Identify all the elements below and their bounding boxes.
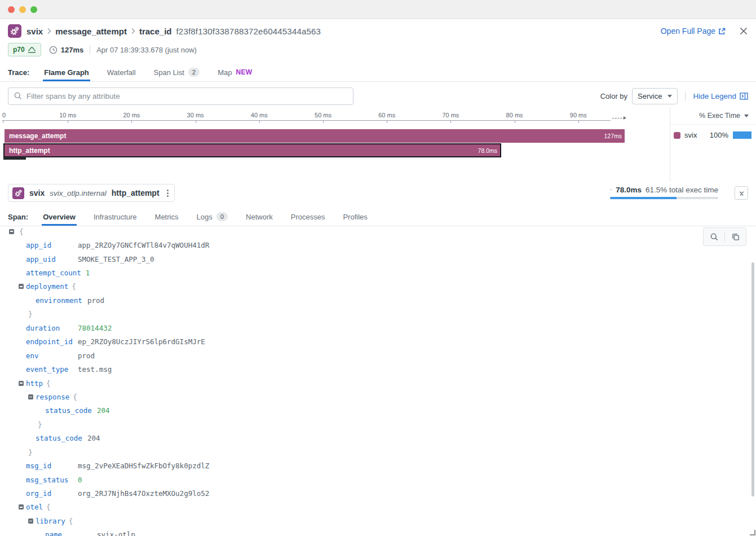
flame-span-http-attempt[interactable]: http_attempt78.0ms bbox=[3, 143, 501, 157]
span-identity-chip[interactable]: svix svix_otlp.internal http_attempt bbox=[8, 184, 175, 202]
attr-value[interactable]: org_2RJ7NjhBs47OxzteMXOu2g9lo52 bbox=[78, 489, 209, 498]
tab-infrastructure[interactable]: Infrastructure bbox=[94, 208, 137, 226]
attr-value[interactable]: 204 bbox=[97, 406, 110, 415]
span-bar-duration: 78.0ms bbox=[478, 147, 497, 154]
color-by-select[interactable]: Service bbox=[632, 88, 678, 104]
exec-time-legend-header[interactable]: % Exec Time bbox=[670, 107, 756, 125]
collapse-panel-icon bbox=[740, 93, 748, 100]
axis-tick-label: 10 ms bbox=[59, 112, 76, 118]
tab-label: Logs bbox=[196, 213, 212, 221]
collapse-toggle-icon[interactable] bbox=[28, 519, 33, 524]
window-zoom-button[interactable] bbox=[30, 6, 37, 13]
attr-object-deployment: deployment{ bbox=[0, 280, 756, 293]
color-by-selected-value: Service bbox=[638, 92, 662, 100]
attr-key[interactable]: deployment bbox=[26, 282, 68, 291]
attr-row-app-id: app_idapp_2RZOy7GNCfCWTl84v7qWOUH41dR bbox=[0, 238, 756, 252]
attr-value[interactable]: prod bbox=[78, 352, 95, 360]
window-close-button[interactable] bbox=[8, 6, 15, 13]
hide-legend-link[interactable]: Hide Legend bbox=[693, 92, 748, 100]
search-attributes-button[interactable] bbox=[704, 228, 724, 245]
attr-key[interactable]: otel bbox=[26, 503, 43, 511]
attr-key[interactable]: http bbox=[26, 379, 43, 388]
chevron-down-icon bbox=[739, 190, 745, 196]
sort-descending-icon bbox=[744, 115, 749, 117]
tab-overview[interactable]: Overview bbox=[43, 208, 76, 226]
tab-map[interactable]: MapNEW bbox=[218, 63, 252, 81]
breadcrumb-service[interactable]: svix bbox=[26, 27, 43, 36]
attr-key[interactable]: attempt_count bbox=[26, 269, 81, 277]
attr-row-status-code: status_code204 bbox=[0, 432, 756, 445]
attr-key[interactable]: app_uid bbox=[26, 255, 73, 263]
attr-object-close: } bbox=[0, 445, 756, 459]
attr-value[interactable]: msg_2vPeXEaDHSfwZkFbOfy8k0pzdlZ bbox=[78, 462, 209, 470]
collapse-toggle-icon[interactable] bbox=[9, 229, 14, 234]
collapse-span-panel-button[interactable] bbox=[735, 186, 748, 200]
breadcrumb-resource[interactable]: message_attempt bbox=[55, 27, 127, 36]
attr-key[interactable]: duration bbox=[26, 324, 73, 332]
attr-value[interactable]: 204 bbox=[87, 434, 100, 442]
axis-tick bbox=[68, 121, 68, 123]
exec-progress-track bbox=[610, 197, 718, 199]
tab-label: Processes bbox=[291, 213, 325, 221]
tab-label: Waterfall bbox=[107, 68, 136, 77]
attr-value[interactable]: 0 bbox=[78, 476, 82, 484]
attr-key[interactable]: name bbox=[45, 530, 92, 536]
vertical-scrollbar[interactable] bbox=[751, 262, 754, 497]
attr-key[interactable]: environment bbox=[36, 296, 83, 305]
attr-key[interactable]: org_id bbox=[26, 489, 73, 498]
axis-tick-label: 0 bbox=[2, 112, 6, 118]
attr-value[interactable]: app_2RZOy7GNCfCWTl84v7qWOUH41dR bbox=[78, 241, 209, 249]
kebab-menu-icon[interactable] bbox=[165, 188, 171, 198]
flame-span-message-attempt[interactable]: message_attempt127ms bbox=[5, 129, 625, 143]
collapse-toggle-icon[interactable] bbox=[28, 394, 33, 399]
tab-network[interactable]: Network bbox=[246, 208, 273, 226]
attr-key[interactable]: library bbox=[36, 517, 65, 525]
open-full-page-link[interactable]: Open Full Page bbox=[661, 27, 726, 36]
tab-processes[interactable]: Processes bbox=[291, 208, 325, 226]
attr-key[interactable]: msg_id bbox=[26, 462, 73, 470]
tab-span-list[interactable]: Span List2 bbox=[154, 63, 200, 81]
attr-key[interactable]: app_id bbox=[26, 241, 73, 249]
span-bar-label: http_attempt bbox=[5, 147, 50, 155]
flame-graph: 010 ms20 ms30 ms40 ms50 ms60 ms70 ms80 m… bbox=[0, 111, 666, 182]
attr-value[interactable]: ep_2RZOy8UczJIYrS6lp6rdGIsMJrE bbox=[78, 337, 205, 346]
search-icon bbox=[14, 92, 22, 100]
attr-key[interactable]: msg_status bbox=[26, 476, 73, 484]
attr-value[interactable]: prod bbox=[87, 296, 104, 305]
collapse-toggle-icon[interactable] bbox=[19, 504, 24, 509]
window-minimize-button[interactable] bbox=[19, 6, 26, 13]
tab-logs[interactable]: Logs0 bbox=[196, 208, 228, 226]
close-panel-icon[interactable] bbox=[739, 27, 748, 36]
divider bbox=[685, 91, 686, 101]
attr-value[interactable]: test.msg bbox=[78, 365, 112, 374]
tab-label: Flame Graph bbox=[44, 68, 89, 77]
attr-key[interactable]: endpoint_id bbox=[26, 337, 73, 346]
attr-value[interactable]: 78014432 bbox=[78, 324, 112, 332]
attr-key[interactable]: env bbox=[26, 352, 73, 360]
span-filter-input[interactable] bbox=[26, 92, 347, 100]
span-filter-box[interactable] bbox=[8, 87, 353, 105]
span-exec-summary: 78.0ms 61.5% total exec time bbox=[610, 186, 718, 199]
attr-value[interactable]: 1 bbox=[86, 269, 90, 277]
attr-key[interactable]: event_type bbox=[26, 365, 73, 374]
attr-object-response: response{ bbox=[0, 390, 756, 403]
tab-flame-graph[interactable]: Flame Graph bbox=[44, 63, 89, 81]
legend-row-svix[interactable]: svix100% bbox=[670, 125, 756, 139]
collapsed-child-span[interactable] bbox=[3, 157, 26, 160]
attr-value[interactable]: svix-otlp bbox=[97, 530, 135, 536]
attr-key[interactable]: response bbox=[36, 393, 69, 401]
copy-attributes-button[interactable] bbox=[725, 228, 746, 245]
attr-object-otel: otel{ bbox=[0, 500, 756, 514]
attr-key[interactable]: status_code bbox=[45, 406, 92, 415]
attr-key[interactable]: status_code bbox=[36, 434, 83, 442]
attr-row-org-id: org_idorg_2RJ7NjhBs47OxzteMXOu2g9lo52 bbox=[0, 486, 756, 500]
collapse-toggle-icon[interactable] bbox=[19, 381, 24, 386]
collapse-toggle-icon[interactable] bbox=[19, 284, 24, 289]
tab-metrics[interactable]: Metrics bbox=[155, 208, 179, 226]
tab-waterfall[interactable]: Waterfall bbox=[107, 63, 136, 81]
tab-profiles[interactable]: Profiles bbox=[343, 208, 367, 226]
window-resize-handle[interactable] bbox=[750, 530, 755, 535]
span-detail-header: svix svix_otlp.internal http_attempt 78.… bbox=[8, 184, 748, 203]
latency-percentile-badge[interactable]: p70 bbox=[8, 43, 41, 56]
attr-value[interactable]: SMOKE_TEST_APP_3_0 bbox=[78, 255, 154, 263]
